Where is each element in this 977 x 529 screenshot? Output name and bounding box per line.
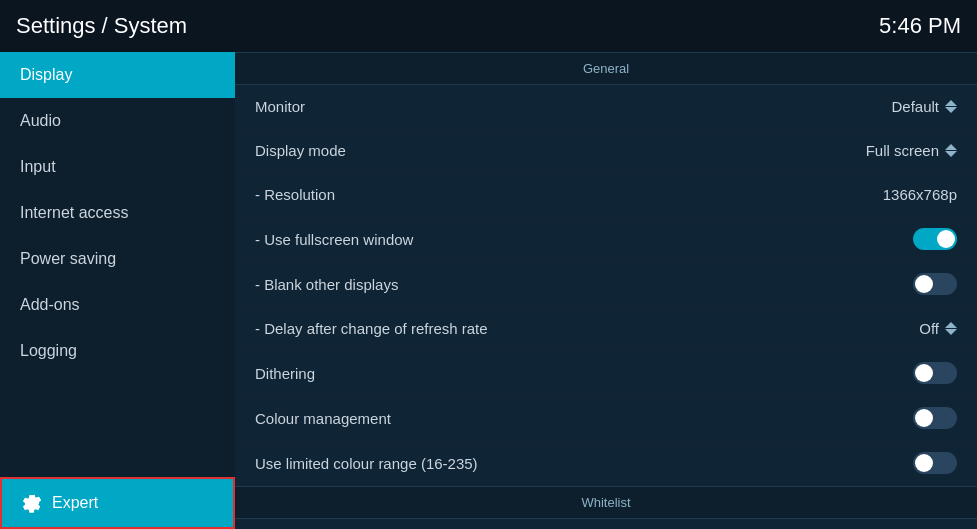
settings-content: General Monitor Default Display mode Ful…	[235, 52, 977, 529]
whitelist-section-header: Whitelist	[235, 486, 977, 519]
blank-other-displays-control[interactable]	[913, 273, 957, 295]
use-fullscreen-window-toggle[interactable]	[913, 228, 957, 250]
dithering-toggle[interactable]	[913, 362, 957, 384]
blank-other-displays-label: - Blank other displays	[255, 276, 398, 293]
current-time: 5:46 PM	[879, 13, 961, 39]
chevron-up-icon	[945, 144, 957, 150]
monitor-label: Monitor	[255, 98, 305, 115]
chevron-down-icon	[945, 151, 957, 157]
limited-colour-range-label: Use limited colour range (16-235)	[255, 455, 478, 472]
use-fullscreen-window-control[interactable]	[913, 228, 957, 250]
expert-button[interactable]: Expert	[0, 477, 235, 529]
delay-refresh-rate-value[interactable]: Off	[919, 320, 957, 337]
expert-label: Expert	[52, 494, 98, 512]
page-title: Settings / System	[16, 13, 187, 39]
display-mode-row[interactable]: Display mode Full screen	[235, 129, 977, 173]
toggle-knob	[915, 409, 933, 427]
dithering-row[interactable]: Dithering	[235, 351, 977, 396]
toggle-knob	[915, 364, 933, 382]
sidebar-item-internet-access[interactable]: Internet access	[0, 190, 235, 236]
chevron-down-icon	[945, 107, 957, 113]
colour-management-control[interactable]	[913, 407, 957, 429]
delay-refresh-rate-chevron[interactable]	[945, 322, 957, 335]
blank-other-displays-row[interactable]: - Blank other displays	[235, 262, 977, 307]
colour-management-label: Colour management	[255, 410, 391, 427]
sidebar-nav: Display Audio Input Internet access Powe…	[0, 52, 235, 374]
dithering-control[interactable]	[913, 362, 957, 384]
dithering-label: Dithering	[255, 365, 315, 382]
display-mode-value[interactable]: Full screen	[866, 142, 957, 159]
sidebar-item-audio[interactable]: Audio	[0, 98, 235, 144]
sidebar-item-logging[interactable]: Logging	[0, 328, 235, 374]
colour-management-toggle[interactable]	[913, 407, 957, 429]
sidebar-footer: Expert	[0, 477, 235, 529]
resolution-row: - Resolution 1366x768p	[235, 173, 977, 217]
limited-colour-range-control[interactable]	[913, 452, 957, 474]
delay-refresh-rate-row[interactable]: - Delay after change of refresh rate Off	[235, 307, 977, 351]
colour-management-row[interactable]: Colour management	[235, 396, 977, 441]
whitelist-row[interactable]: - Whitelist	[235, 519, 977, 529]
display-mode-chevron[interactable]	[945, 144, 957, 157]
sidebar-item-add-ons[interactable]: Add-ons	[0, 282, 235, 328]
toggle-knob	[915, 275, 933, 293]
sidebar-item-power-saving[interactable]: Power saving	[0, 236, 235, 282]
resolution-label: - Resolution	[255, 186, 335, 203]
delay-refresh-rate-label: - Delay after change of refresh rate	[255, 320, 488, 337]
monitor-value[interactable]: Default	[891, 98, 957, 115]
resolution-value: 1366x768p	[883, 186, 957, 203]
toggle-knob	[915, 454, 933, 472]
use-fullscreen-window-row[interactable]: - Use fullscreen window	[235, 217, 977, 262]
chevron-up-icon	[945, 100, 957, 106]
limited-colour-range-toggle[interactable]	[913, 452, 957, 474]
limited-colour-range-row[interactable]: Use limited colour range (16-235)	[235, 441, 977, 486]
sidebar-item-display[interactable]: Display	[0, 52, 235, 98]
chevron-up-icon	[945, 322, 957, 328]
use-fullscreen-window-label: - Use fullscreen window	[255, 231, 413, 248]
toggle-knob	[937, 230, 955, 248]
display-mode-label: Display mode	[255, 142, 346, 159]
gear-icon	[22, 493, 42, 513]
chevron-down-icon	[945, 329, 957, 335]
main-layout: Display Audio Input Internet access Powe…	[0, 52, 977, 529]
sidebar: Display Audio Input Internet access Powe…	[0, 52, 235, 529]
sidebar-item-input[interactable]: Input	[0, 144, 235, 190]
app-header: Settings / System 5:46 PM	[0, 0, 977, 52]
monitor-chevron[interactable]	[945, 100, 957, 113]
general-section-header: General	[235, 52, 977, 85]
blank-other-displays-toggle[interactable]	[913, 273, 957, 295]
monitor-row[interactable]: Monitor Default	[235, 85, 977, 129]
